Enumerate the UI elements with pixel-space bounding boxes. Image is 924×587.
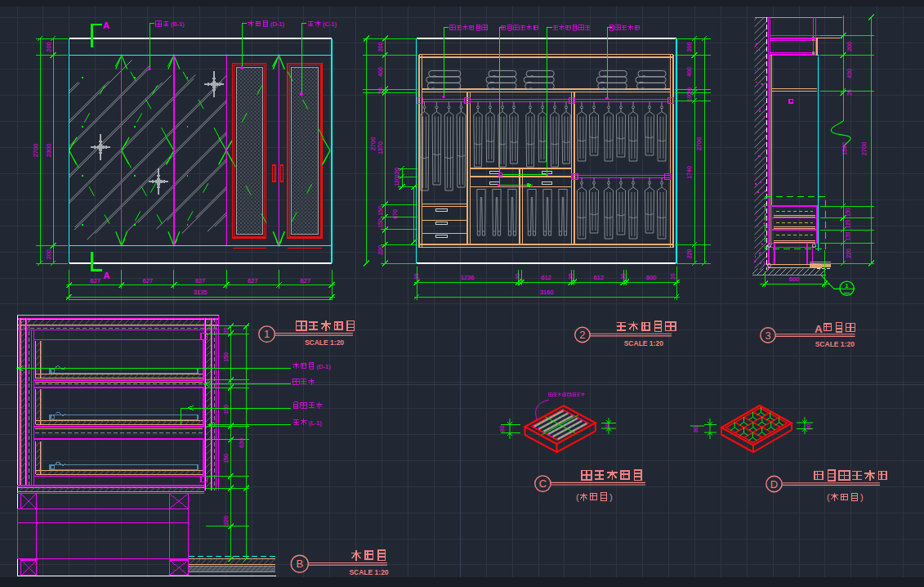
svg-text:120: 120: [845, 219, 850, 228]
svg-text:3: 3: [765, 329, 770, 342]
svg-text:(L-1): (L-1): [309, 419, 322, 427]
svg-text:627: 627: [300, 277, 310, 285]
svg-text:150: 150: [223, 352, 229, 362]
svg-text:(C-1): (C-1): [323, 20, 337, 28]
svg-text:200: 200: [377, 43, 383, 52]
svg-text:3160: 3160: [540, 289, 554, 296]
svg-text:(D-1): (D-1): [270, 20, 285, 28]
svg-text:200: 200: [686, 43, 692, 52]
svg-text:SCALE 1:20: SCALE 1:20: [624, 339, 663, 347]
svg-text:627: 627: [195, 277, 206, 285]
svg-text:1740: 1740: [686, 166, 692, 179]
svg-text:20: 20: [413, 273, 419, 280]
svg-text:(B-1): (B-1): [171, 20, 185, 28]
svg-text:100: 100: [686, 92, 692, 101]
svg-text:20: 20: [568, 273, 574, 280]
svg-text:80: 80: [693, 426, 699, 432]
svg-text:A: A: [815, 323, 823, 335]
svg-text:80: 80: [499, 426, 505, 432]
svg-text:612: 612: [541, 274, 551, 281]
svg-text:200: 200: [45, 249, 52, 260]
svg-text:220: 220: [846, 249, 851, 258]
svg-text:200: 200: [45, 42, 52, 52]
svg-text:150: 150: [377, 206, 383, 216]
svg-text:A: A: [104, 271, 110, 280]
svg-text:80: 80: [806, 423, 811, 430]
svg-text:627: 627: [90, 277, 100, 285]
svg-text:SCALE 1:20: SCALE 1:20: [305, 338, 344, 347]
svg-text:400: 400: [377, 67, 383, 77]
svg-text:150: 150: [845, 208, 850, 217]
svg-text:2700: 2700: [369, 137, 377, 151]
svg-text:1: 1: [264, 328, 270, 340]
svg-text:20: 20: [377, 87, 383, 94]
svg-text:D: D: [770, 478, 778, 491]
svg-text:220: 220: [377, 245, 383, 255]
svg-text:600: 600: [789, 276, 800, 283]
svg-text:2: 2: [579, 329, 585, 341]
svg-text:(: (: [827, 492, 830, 502]
svg-text:2700: 2700: [695, 137, 703, 151]
svg-text:2300: 2300: [45, 144, 52, 158]
svg-text:220: 220: [686, 249, 692, 259]
svg-text:20: 20: [223, 327, 229, 334]
svg-text:): ): [860, 492, 864, 502]
svg-text:120: 120: [394, 168, 400, 177]
svg-text:(D-1): (D-1): [317, 363, 332, 370]
svg-text:612: 612: [593, 274, 604, 281]
svg-text:SCALE 1:20: SCALE 1:20: [349, 568, 388, 576]
svg-text:20: 20: [605, 423, 609, 429]
svg-text:): ): [609, 492, 613, 502]
svg-text:120: 120: [394, 177, 400, 186]
svg-text:2700: 2700: [860, 142, 868, 156]
svg-text:20: 20: [670, 273, 676, 280]
svg-text:1236: 1236: [461, 274, 475, 281]
svg-text:B: B: [296, 558, 303, 570]
svg-text:C: C: [539, 477, 547, 490]
svg-text:430: 430: [846, 69, 852, 78]
svg-text:1370: 1370: [377, 141, 383, 155]
svg-text:150: 150: [223, 454, 229, 464]
svg-text:1: 1: [845, 282, 849, 289]
svg-text:627: 627: [143, 277, 154, 285]
svg-text:(: (: [576, 492, 579, 502]
svg-text:600: 600: [646, 274, 657, 281]
svg-text:A: A: [103, 20, 109, 30]
svg-text:627: 627: [248, 277, 258, 285]
svg-text:SCALE 1:20: SCALE 1:20: [815, 340, 855, 348]
svg-text:1340: 1340: [841, 142, 847, 155]
svg-text:670: 670: [392, 209, 398, 219]
svg-text:20: 20: [620, 273, 626, 280]
svg-text:2700: 2700: [32, 144, 39, 158]
svg-text:3135: 3135: [194, 289, 208, 296]
svg-text:400: 400: [686, 67, 692, 77]
svg-text:20: 20: [515, 273, 520, 280]
svg-text:20: 20: [846, 89, 852, 96]
svg-text:150: 150: [377, 218, 383, 228]
svg-text:220: 220: [223, 516, 229, 526]
svg-text:200: 200: [846, 42, 852, 52]
svg-text:630: 630: [239, 438, 244, 448]
svg-text:150: 150: [223, 405, 229, 414]
svg-text:130: 130: [845, 231, 850, 240]
